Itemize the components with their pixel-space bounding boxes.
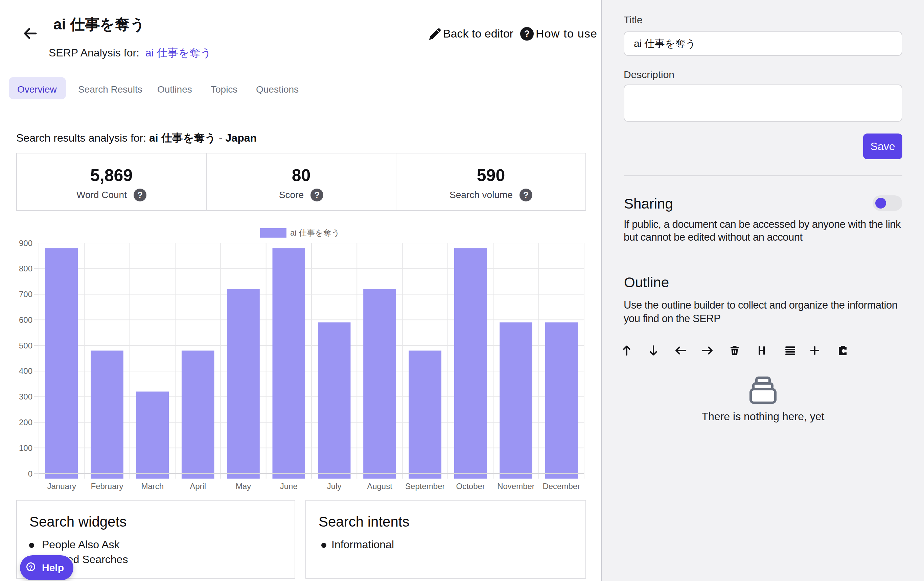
svg-text:200: 200	[19, 418, 33, 427]
svg-text:0: 0	[28, 469, 33, 478]
svg-text:ai 仕事を奪う: ai 仕事を奪う	[290, 228, 340, 237]
svg-text:700: 700	[19, 290, 33, 299]
svg-text:300: 300	[19, 392, 33, 401]
svg-text:900: 900	[19, 239, 33, 248]
svg-text:September: September	[405, 482, 445, 491]
svg-text:April: April	[190, 482, 206, 491]
svg-text:July: July	[327, 482, 342, 491]
svg-text:100: 100	[19, 443, 33, 453]
svg-text:800: 800	[19, 264, 33, 273]
svg-text:February: February	[91, 482, 123, 491]
svg-text:January: January	[47, 482, 76, 491]
svg-text:May: May	[236, 482, 251, 491]
svg-text:October: October	[456, 482, 485, 491]
svg-text:400: 400	[19, 366, 33, 375]
svg-text:August: August	[367, 482, 392, 491]
svg-text:December: December	[543, 482, 580, 491]
svg-text:November: November	[497, 482, 535, 491]
svg-text:600: 600	[19, 315, 33, 324]
svg-text:June: June	[280, 482, 298, 491]
svg-text:500: 500	[19, 341, 33, 350]
svg-text:March: March	[141, 482, 164, 491]
